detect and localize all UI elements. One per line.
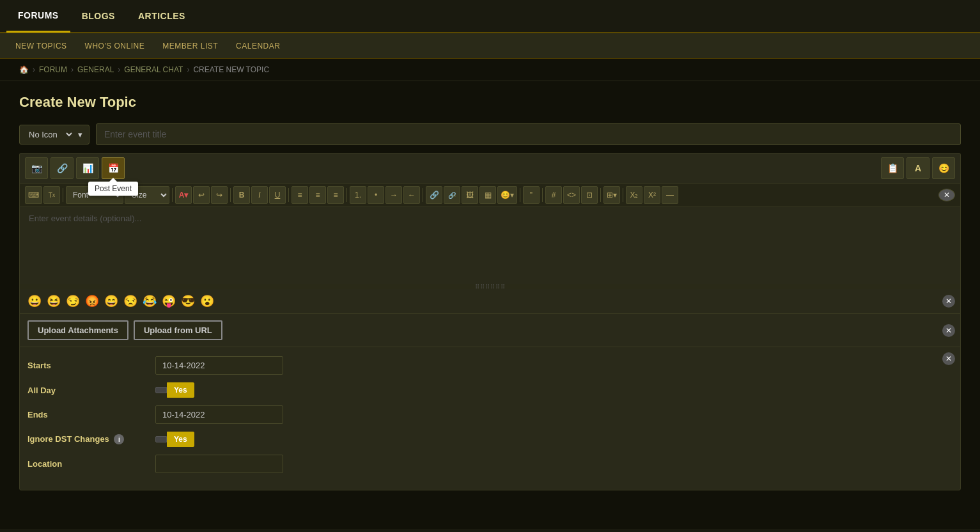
link-icon: 🔗 [57, 163, 68, 173]
breadcrumb: 🏠 › FORUM › GENERAL › GENERAL CHAT › CRE… [0, 59, 980, 81]
italic-btn[interactable]: I [251, 186, 268, 204]
upload-row: Upload Attachments Upload from URL ✕ [20, 314, 960, 347]
breadcrumb-forum[interactable]: FORUM [39, 65, 67, 74]
code-block-btn[interactable]: ⊡ [581, 186, 598, 204]
icon-select-wrapper[interactable]: No Icon ▾ [19, 125, 89, 145]
insert-emoji-btn[interactable]: 😊▾ [497, 186, 517, 204]
sec-nav-new-topics[interactable]: NEW TOPICS [6, 33, 76, 59]
align-center-btn[interactable]: ≡ [309, 186, 326, 204]
hr-btn[interactable]: — [662, 186, 678, 204]
location-input[interactable] [155, 455, 283, 473]
close-upload-button[interactable]: ✕ [942, 324, 955, 337]
undo-btn[interactable]: ↩ [193, 186, 210, 204]
sec-nav-whos-online[interactable]: WHO'S ONLINE [76, 33, 154, 59]
emoji-7[interactable]: 😜 [162, 294, 176, 308]
format-source-btn[interactable]: ⌨ [25, 186, 42, 204]
emoji-0[interactable]: 😀 [27, 294, 42, 308]
emoji-5[interactable]: 😒 [123, 294, 137, 308]
sec-nav-calendar[interactable]: CALENDAR [227, 33, 289, 59]
resize-handle[interactable]: ⠿⠿⠿⠿⠿⠿ [20, 284, 960, 289]
align-right-btn[interactable]: ≡ [327, 186, 344, 204]
all-day-toggle[interactable]: Yes [155, 382, 194, 398]
dst-toggle-on[interactable]: Yes [167, 432, 194, 447]
secondary-navigation: NEW TOPICS WHO'S ONLINE MEMBER LIST CALE… [0, 33, 980, 59]
ends-label: Ends [27, 410, 155, 419]
sep-7 [520, 188, 520, 202]
camera-icon: 📷 [31, 163, 42, 173]
dst-info-icon[interactable]: i [114, 434, 124, 444]
paste-button[interactable]: 📋 [881, 157, 904, 179]
calendar-icon: 📅 [108, 163, 119, 173]
editor-area[interactable]: Enter event details (optional)... [20, 207, 960, 284]
redo-btn[interactable]: ↪ [211, 186, 228, 204]
hashtag-btn[interactable]: # [545, 186, 562, 204]
outdent-btn[interactable]: ← [403, 186, 420, 204]
insert-link-btn[interactable]: 🔗 [426, 186, 442, 204]
font-color-button[interactable]: A [906, 157, 929, 179]
ordered-list-btn[interactable]: 1. [350, 186, 366, 204]
sec-nav-member-list[interactable]: MEMBER LIST [153, 33, 227, 59]
text-color-btn[interactable]: A▾ [175, 186, 192, 204]
breadcrumb-sep-3: › [118, 65, 120, 74]
sep-5 [346, 188, 347, 202]
upload-attachments-button[interactable]: Upload Attachments [27, 320, 128, 340]
home-icon[interactable]: 🏠 [19, 65, 29, 74]
bold-btn[interactable]: B [233, 186, 250, 204]
format-clear-btn[interactable]: Tx [43, 186, 60, 204]
blockquote-btn[interactable]: " [523, 186, 540, 204]
emoji-8[interactable]: 😎 [181, 294, 195, 308]
table-btn[interactable]: ⊞▾ [603, 186, 620, 204]
indent-btn[interactable]: → [385, 186, 402, 204]
breadcrumb-general[interactable]: GENERAL [77, 65, 114, 74]
close-event-fields-button[interactable]: ✕ [942, 352, 955, 365]
event-title-input[interactable] [96, 123, 961, 145]
breadcrumb-general-chat[interactable]: GENERAL CHAT [124, 65, 183, 74]
font-color-icon: A [915, 163, 921, 173]
nav-articles[interactable]: ARTICLES [127, 0, 197, 33]
editor-placeholder: Enter event details (optional)... [29, 214, 141, 223]
link-button[interactable]: 🔗 [51, 157, 74, 179]
ends-row: Ends [27, 405, 953, 424]
nav-blogs[interactable]: BLOGS [70, 0, 127, 33]
all-day-label: All Day [27, 386, 155, 395]
emoji-3[interactable]: 😡 [85, 294, 99, 308]
emoji-1[interactable]: 😆 [47, 294, 61, 308]
underline-btn[interactable]: U [269, 186, 286, 204]
close-emoji-button[interactable]: ✕ [942, 295, 955, 308]
breadcrumb-sep-4: › [187, 65, 189, 74]
editor-wrapper: 📷 🔗 📊 📅 Post Event 📋 A [19, 153, 961, 490]
ends-input[interactable] [155, 405, 283, 424]
toggle-on-label[interactable]: Yes [167, 382, 194, 398]
dst-toggle[interactable]: Yes [155, 432, 194, 447]
post-event-tooltip: Post Event [88, 182, 138, 196]
superscript-btn[interactable]: X² [644, 186, 660, 204]
subscript-btn[interactable]: X₂ [626, 186, 642, 204]
emoji-4[interactable]: 😄 [104, 294, 118, 308]
code-btn[interactable]: <> [563, 186, 580, 204]
upload-from-url-button[interactable]: Upload from URL [134, 320, 222, 340]
close-format-btn[interactable]: ✕ [938, 189, 955, 201]
dst-label: Ignore DST Changes i [27, 434, 155, 445]
chart-button[interactable]: 📊 [76, 157, 99, 179]
starts-input[interactable] [155, 356, 283, 375]
emoji-toolbar-icon: 😊 [938, 163, 949, 173]
unordered-list-btn[interactable]: • [368, 186, 384, 204]
starts-label: Starts [27, 361, 155, 370]
emoji-2[interactable]: 😏 [66, 294, 80, 308]
sep-3 [230, 188, 231, 202]
nav-forums[interactable]: FORUMS [6, 0, 70, 33]
unlink-btn[interactable]: 🔗̶ [444, 186, 460, 204]
sep-8 [542, 188, 543, 202]
breadcrumb-sep-2: › [71, 65, 74, 74]
chevron-down-icon: ▾ [78, 130, 82, 139]
align-left-btn[interactable]: ≡ [292, 186, 308, 204]
insert-media-btn[interactable]: ▦ [479, 186, 496, 204]
insert-image-btn[interactable]: 🖼 [462, 186, 478, 204]
calendar-button[interactable]: 📅 [102, 157, 125, 179]
emoji-6[interactable]: 😂 [143, 294, 157, 308]
emoji-9[interactable]: 😮 [200, 294, 214, 308]
camera-button[interactable]: 📷 [25, 157, 48, 179]
emoji-toolbar-button[interactable]: 😊 [932, 157, 955, 179]
icon-select[interactable]: No Icon [26, 129, 74, 140]
chart-icon: 📊 [82, 163, 93, 173]
